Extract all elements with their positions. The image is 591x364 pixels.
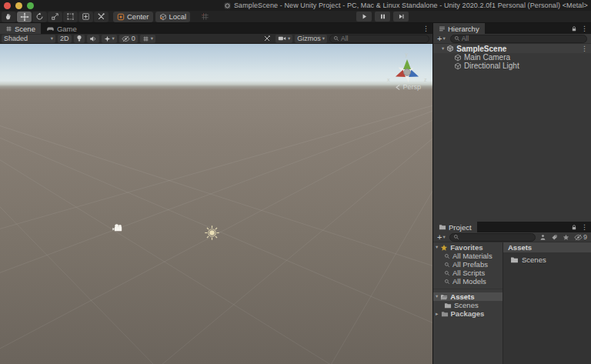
project-search-input[interactable] [461,233,532,241]
favorite-all-models[interactable]: All Models [433,277,503,286]
search-by-type-icon[interactable] [539,234,546,241]
pause-button[interactable] [375,12,390,22]
favorites-filter-icon[interactable] [563,234,569,241]
move-tool-button[interactable] [17,12,32,22]
rect-tool-button[interactable] [63,12,78,22]
transform-tool-button[interactable] [78,12,93,22]
label-filter-icon[interactable] [551,234,558,241]
camera-gizmo-icon[interactable] [112,223,124,232]
project-menu-icon[interactable]: ⋮ [581,224,588,231]
project-search-field[interactable] [449,233,536,242]
breadcrumb-label: Assets [508,243,532,252]
hierarchy-search-field[interactable] [450,35,587,43]
foldout-closed-icon[interactable]: ▸ [436,311,439,316]
list-icon [439,25,446,32]
tab-game[interactable]: Game [41,23,82,34]
tab-hierarchy[interactable]: Hierarchy [433,23,485,34]
main-toolbar: Center Local [0,11,591,23]
scene-grid-dropdown[interactable]: ▾ [140,35,155,43]
persp-label: Persp [402,83,421,91]
scene-effects-dropdown[interactable]: ▾ [102,35,117,43]
favorites-section-row[interactable]: ▾ Favorites [433,243,503,252]
gizmos-dropdown[interactable]: Gizmos ▾ [295,35,327,43]
scene-options-icon[interactable]: ⋮ [581,45,591,52]
asset-item-scenes[interactable]: Scenes [503,255,591,264]
packages-folder-label: Packages [451,309,485,318]
create-object-button[interactable]: +▾ [436,35,447,43]
scene-viewport[interactable]: y x z Persp [0,44,432,364]
videocam-icon [278,35,286,42]
favorite-label: All Prefabs [452,260,488,269]
packages-folder-row[interactable]: ▸ Packages [433,309,503,318]
close-button[interactable] [4,2,11,9]
scenes-folder-row[interactable]: Scenes [433,301,503,309]
scale-tool-button[interactable] [48,12,62,22]
open-folder-icon [440,293,448,301]
zoom-button[interactable] [27,2,34,9]
assets-folder-row[interactable]: ▾ Assets [433,292,503,301]
rotation-mode-button[interactable]: Local [155,12,191,22]
favorite-all-prefabs[interactable]: All Prefabs [433,260,503,269]
scene-root-row[interactable]: ▾ SampleScene ⋮ [433,44,591,53]
project-toolbar: +▾ 9 [433,232,591,242]
lock-icon[interactable] [571,25,577,32]
project-visibility-button[interactable]: 9 [574,233,587,241]
create-asset-button[interactable]: +▾ [436,233,447,242]
scene-search-field[interactable] [329,35,429,43]
grid-icon [5,25,12,32]
folder-icon [510,255,519,264]
hierarchy-search-input[interactable] [462,35,583,42]
perspective-toggle[interactable]: Persp [396,83,421,91]
chevron-down-icon: ▾ [51,36,53,42]
foldout-open-icon[interactable]: ▾ [436,294,438,299]
tab-scene[interactable]: Scene [0,23,41,34]
rotate-tool-button[interactable] [32,12,47,22]
scene-visibility-button[interactable]: 0 [119,35,138,43]
scene-search-input[interactable] [341,35,426,42]
pivot-mode-button[interactable]: Center [113,12,153,22]
search-icon [444,262,450,268]
chevron-down-icon: ▾ [442,235,445,240]
favorites-label: Favorites [450,243,482,252]
scene-menu-icon[interactable]: ⋮ [422,25,429,32]
eye-slash-icon [122,35,130,42]
step-button[interactable] [393,12,409,22]
assets-folder-label: Assets [450,292,474,301]
grid-snap-button[interactable] [198,12,212,22]
scene-audio-button[interactable] [87,35,99,43]
custom-tool-button[interactable] [94,12,109,22]
tool-settings-button[interactable] [261,35,273,43]
camera-settings-dropdown[interactable]: ▾ [275,35,292,43]
favorite-all-scripts[interactable]: All Scripts [433,269,503,277]
toggle-2d-button[interactable]: 2D [58,35,72,43]
scene-lighting-button[interactable] [74,35,85,43]
directional-light-gizmo-icon[interactable] [203,224,221,242]
hierarchy-item-directional-light[interactable]: Directional Light [433,62,591,70]
play-button[interactable] [356,12,372,22]
rotation-mode-label: Local [169,12,187,21]
search-icon [454,35,460,42]
hand-tool-button[interactable] [2,12,16,22]
project-tabstrip: Project ⋮ [433,222,591,232]
hierarchy-menu-icon[interactable]: ⋮ [581,25,588,32]
tab-project[interactable]: Project [433,222,477,232]
favorite-label: All Materials [452,252,492,260]
star-icon [440,244,448,252]
scene-toolbar: Shaded ▾ 2D ▾ 0 [0,34,432,44]
search-icon [453,234,459,240]
step-icon [398,13,405,20]
pause-icon [379,13,386,20]
favorite-label: All Models [452,277,486,286]
foldout-open-icon[interactable]: ▾ [436,245,438,250]
lock-icon[interactable] [571,224,577,231]
lightbulb-icon [76,35,82,42]
minimize-button[interactable] [15,2,22,9]
chevron-down-icon: ▾ [112,36,115,42]
asset-item-label: Scenes [522,255,546,264]
foldout-open-icon[interactable]: ▾ [442,46,444,52]
hierarchy-item-main-camera[interactable]: Main Camera [433,53,591,62]
axis-y-label: y [406,52,409,58]
favorite-all-materials[interactable]: All Materials [433,252,503,260]
unity-logo-icon [224,2,231,9]
shading-mode-dropdown[interactable]: Shaded ▾ [2,35,55,43]
